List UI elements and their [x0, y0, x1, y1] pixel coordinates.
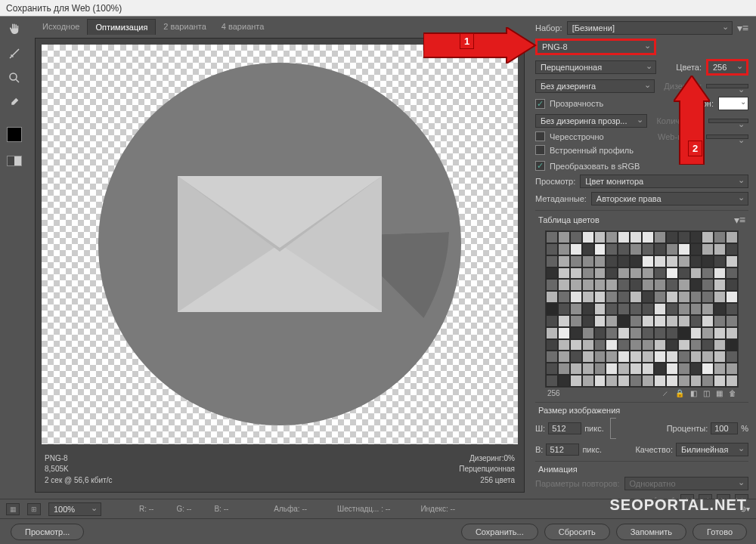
width-input[interactable]: [548, 422, 581, 434]
percent-label: Проценты:: [667, 424, 708, 433]
options-panel: Набор: [Безимени] ▾≡ PNG-8 Перцепционная…: [531, 17, 756, 499]
convert-srgb-checkbox[interactable]: [535, 161, 545, 171]
preset-dropdown[interactable]: [Безимени]: [567, 21, 733, 35]
remember-button[interactable]: Запомнить: [616, 524, 686, 540]
format-dropdown[interactable]: PNG-8: [535, 39, 656, 55]
eyedropper-tool-icon[interactable]: [5, 94, 23, 110]
tab-4up[interactable]: 4 варианта: [214, 19, 272, 34]
ct-map-icon[interactable]: ◫: [703, 389, 710, 397]
info-palette: Перцепционная: [459, 464, 515, 475]
ct-eyedropper-icon[interactable]: ⟋: [662, 389, 669, 397]
info-filesize: 8,505K: [45, 464, 113, 475]
embed-profile-label: Встроенный профиль: [550, 146, 634, 155]
matte-color-swatch[interactable]: ⌄: [718, 97, 748, 110]
animation-title: Анимация: [538, 465, 578, 474]
metadata-label: Метаданные:: [535, 194, 587, 203]
websnap-input: [706, 134, 748, 139]
b-value: B: --: [214, 505, 228, 513]
toggle-slices-icon[interactable]: [7, 156, 22, 166]
done-button[interactable]: Готово: [692, 524, 747, 540]
color-reduction-dropdown[interactable]: Перцепционная: [535, 60, 656, 74]
svg-point-0: [10, 73, 17, 80]
transp-amount-input: [708, 119, 748, 123]
quality-label: Качество:: [635, 445, 673, 454]
tab-2up[interactable]: 2 варианта: [156, 19, 214, 34]
transparency-checkbox[interactable]: [535, 99, 545, 109]
transparency-label: Прозрачность: [550, 99, 603, 108]
transp-amount-label: Количество:: [656, 116, 703, 125]
height-unit: пикс.: [582, 445, 602, 454]
dither-dropdown[interactable]: Без дизеринга: [535, 79, 655, 93]
preset-label: Набор:: [535, 23, 562, 32]
tab-original[interactable]: Исходное: [35, 19, 87, 34]
reset-button[interactable]: Сбросить: [544, 524, 610, 540]
embed-profile-checkbox[interactable]: [535, 145, 545, 155]
ct-new-icon[interactable]: ▦: [716, 389, 723, 397]
image-size-title: Размер изображения: [538, 406, 620, 415]
height-input[interactable]: [546, 444, 579, 456]
info-dither: Дизеринг:0%: [459, 453, 515, 465]
title-bar: Сохранить для Web (100%): [0, 0, 756, 17]
colors-dropdown[interactable]: 256: [706, 59, 748, 76]
save-button[interactable]: Сохранить...: [461, 524, 538, 540]
preview-tabs: Исходное Оптимизация 2 варианта 4 вариан…: [29, 17, 531, 36]
tab-optimized[interactable]: Оптимизация: [87, 19, 156, 35]
preview-image: [98, 63, 461, 425]
transparency-dither-dropdown[interactable]: Без дизеринга прозр...: [535, 114, 647, 128]
ct-websafe-icon[interactable]: ◧: [690, 389, 697, 397]
preview-button[interactable]: Просмотр...: [11, 524, 84, 540]
footer-btn2[interactable]: ⊞: [27, 503, 41, 515]
preview-canvas[interactable]: [42, 45, 518, 444]
g-value: G: --: [176, 505, 191, 513]
zoom-dropdown[interactable]: 100%: [48, 502, 101, 516]
zoom-tool-icon[interactable]: [5, 70, 23, 86]
dither-amount-label: Дизеринг:: [664, 82, 702, 91]
annotation-badge-1: 1: [460, 33, 474, 49]
colors-label: Цвета:: [676, 63, 702, 72]
annotation-badge-2: 2: [688, 141, 702, 156]
percent-input[interactable]: [711, 422, 738, 434]
height-label: В:: [535, 445, 543, 454]
preview-info: PNG-8 8,505K 2 сек @ 56,6 кбит/с Дизерин…: [36, 450, 524, 493]
color-table-title: Таблица цветов: [538, 215, 600, 224]
ct-delete-icon[interactable]: 🗑: [729, 389, 736, 397]
matte-label: Фон:: [696, 99, 714, 108]
color-table[interactable]: [545, 230, 739, 388]
ct-lock-icon[interactable]: 🔒: [675, 389, 684, 397]
convert-srgb-label: Преобразовать в sRGB: [550, 162, 640, 171]
left-toolbar: [0, 17, 29, 499]
color-table-count: 256: [547, 389, 560, 397]
hex-value: Шестнадц... : --: [337, 505, 390, 513]
info-format: PNG-8: [45, 453, 113, 465]
dither-amount-input: [706, 84, 748, 88]
preview-frame: PNG-8 8,505K 2 сек @ 56,6 кбит/с Дизерин…: [35, 38, 525, 493]
interlaced-checkbox[interactable]: [535, 131, 545, 141]
index-value: Индекс: --: [420, 505, 455, 513]
metadata-dropdown[interactable]: Авторские права: [591, 192, 748, 206]
foreground-swatch[interactable]: [7, 127, 22, 142]
preview-profile-dropdown[interactable]: Цвет монитора: [580, 175, 748, 188]
watermark: SEOPORTAL.NET: [609, 496, 747, 514]
alpha-value: Альфа: --: [274, 505, 307, 513]
footer-btn1[interactable]: ▦: [6, 503, 20, 515]
loop-dropdown: Однократно: [624, 477, 748, 490]
quality-dropdown[interactable]: Билинейная: [676, 443, 748, 456]
width-label: Ш:: [535, 424, 545, 433]
websnap-label: Web-цвета:: [658, 132, 702, 141]
color-table-menu-icon[interactable]: ▾≡: [734, 214, 745, 226]
r-value: R: --: [139, 505, 153, 513]
info-speed: 2 сек @ 56,6 кбит/с: [45, 475, 113, 487]
info-colors: 256 цвета: [459, 475, 515, 487]
slice-tool-icon[interactable]: [5, 45, 23, 62]
width-unit: пикс.: [584, 424, 604, 433]
hand-tool-icon[interactable]: [5, 21, 23, 38]
preview-label: Просмотр:: [535, 177, 575, 186]
loop-label: Параметры повторов:: [535, 479, 620, 488]
percent-suffix: %: [741, 424, 748, 433]
interlaced-label: Чересстрочно: [550, 132, 604, 141]
panel-menu-icon[interactable]: ▾≡: [737, 22, 748, 34]
